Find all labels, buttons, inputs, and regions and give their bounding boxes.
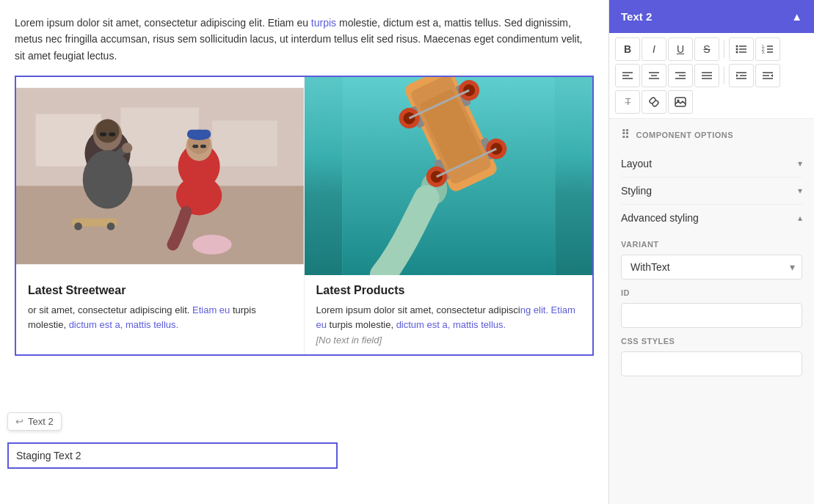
card-left-body: Latest Streetwear or sit amet, consectet… bbox=[16, 275, 304, 340]
variant-select-wrapper: WithText NoText ImageOnly bbox=[621, 255, 802, 280]
component-options-label: COMPONENT OPTIONS bbox=[636, 131, 734, 139]
component-options: ⠿ COMPONENT OPTIONS Layout ▾ Styling ▾ A… bbox=[609, 119, 814, 240]
italic-button[interactable]: I bbox=[642, 37, 666, 61]
card-right-text: Lorem ipsum dolor sit amet, consectetur … bbox=[316, 303, 581, 332]
css-styles-input[interactable] bbox=[621, 351, 802, 376]
card-left-image bbox=[16, 77, 304, 275]
svg-rect-5 bbox=[212, 121, 277, 167]
list-ol-button[interactable]: 1.2.3. bbox=[755, 37, 780, 61]
card-right-image bbox=[305, 77, 593, 275]
advanced-styling-option-row[interactable]: Advanced styling ▴ bbox=[621, 205, 802, 231]
align-right-button[interactable] bbox=[668, 64, 693, 87]
id-label: ID bbox=[621, 288, 802, 297]
grid-icon: ⠿ bbox=[621, 128, 631, 142]
underline-button[interactable]: U bbox=[668, 37, 693, 61]
indent-right-button[interactable] bbox=[755, 64, 780, 87]
intro-paragraph: Lorem ipsum dolor sit amet, consectetur … bbox=[15, 15, 594, 64]
toolbar-row-3: T̶ bbox=[615, 90, 808, 114]
bold-button[interactable]: B bbox=[615, 37, 640, 61]
css-styles-label: CSS STYLES bbox=[621, 337, 802, 346]
breadcrumb-tag: ↩ Text 2 bbox=[7, 412, 62, 431]
list-ul-button[interactable] bbox=[729, 37, 754, 61]
styling-option-row[interactable]: Styling ▾ bbox=[621, 178, 802, 205]
svg-rect-24 bbox=[200, 145, 206, 147]
image-button[interactable] bbox=[668, 90, 693, 114]
component-options-header: ⠿ COMPONENT OPTIONS bbox=[621, 128, 802, 142]
advanced-styling-label: Advanced styling bbox=[621, 212, 699, 224]
toolbar-separator-2 bbox=[724, 67, 724, 84]
indent-left-button[interactable] bbox=[729, 64, 754, 87]
main-content: Lorem ipsum dolor sit amet, consectetur … bbox=[0, 0, 608, 504]
formatting-toolbar: B I U S 1.2.3. bbox=[609, 33, 814, 119]
svg-point-26 bbox=[192, 235, 231, 255]
toolbar-row-1: B I U S 1.2.3. bbox=[615, 37, 808, 61]
card-left-text: or sit amet, consectetur adipiscing elit… bbox=[28, 303, 292, 332]
link-button[interactable] bbox=[642, 90, 666, 114]
layout-label: Layout bbox=[621, 158, 652, 169]
align-justify-button[interactable] bbox=[694, 64, 719, 87]
align-left-button[interactable] bbox=[615, 64, 640, 87]
variant-label: VARIANT bbox=[621, 240, 802, 249]
styling-chevron-icon: ▾ bbox=[798, 186, 802, 196]
svg-point-50 bbox=[736, 45, 738, 48]
svg-rect-9 bbox=[100, 133, 106, 136]
toolbar-separator-1 bbox=[724, 40, 724, 58]
card-left: Latest Streetwear or sit amet, consectet… bbox=[16, 77, 305, 354]
layout-option-row[interactable]: Layout ▾ bbox=[621, 150, 802, 178]
card-right: Latest Products Lorem ipsum dolor sit am… bbox=[305, 77, 593, 354]
panel-header: Text 2 ▲ bbox=[609, 0, 814, 33]
id-section: ID bbox=[609, 288, 814, 337]
id-input[interactable] bbox=[621, 303, 802, 328]
svg-marker-78 bbox=[771, 74, 773, 77]
svg-point-17 bbox=[107, 222, 115, 230]
staging-text-input[interactable] bbox=[7, 442, 338, 469]
scroll-up-button[interactable]: ▲ bbox=[791, 10, 802, 23]
svg-point-51 bbox=[736, 48, 738, 51]
svg-point-16 bbox=[74, 222, 82, 230]
align-center-button[interactable] bbox=[642, 64, 666, 87]
card-right-body: Latest Products Lorem ipsum dolor sit am… bbox=[305, 275, 593, 354]
svg-rect-2 bbox=[16, 186, 304, 265]
no-text-field: [No text in field] bbox=[316, 335, 581, 346]
right-panel: Text 2 ▲ B I U S 1.2.3. bbox=[608, 0, 814, 504]
toolbar-row-2 bbox=[615, 64, 808, 87]
breadcrumb-label: Text 2 bbox=[28, 416, 54, 427]
svg-rect-10 bbox=[109, 133, 115, 136]
advanced-styling-chevron-icon: ▴ bbox=[798, 213, 802, 223]
strikethrough-button[interactable]: S bbox=[694, 37, 719, 61]
variant-select[interactable]: WithText NoText ImageOnly bbox=[621, 255, 802, 280]
layout-chevron-icon: ▾ bbox=[798, 158, 802, 169]
svg-line-79 bbox=[653, 101, 655, 103]
svg-point-14 bbox=[122, 143, 132, 153]
svg-point-8 bbox=[96, 120, 120, 143]
svg-rect-23 bbox=[192, 145, 198, 147]
css-styles-section: CSS STYLES bbox=[609, 337, 814, 385]
card-grid: Latest Streetwear or sit amet, consectet… bbox=[15, 76, 594, 356]
card-left-title: Latest Streetwear bbox=[28, 284, 292, 297]
breadcrumb-arrow-icon: ↩ bbox=[15, 416, 23, 427]
svg-point-52 bbox=[736, 51, 738, 54]
svg-marker-74 bbox=[736, 74, 738, 77]
svg-text:3.: 3. bbox=[762, 50, 765, 54]
panel-title: Text 2 bbox=[621, 10, 652, 23]
variant-section: VARIANT WithText NoText ImageOnly bbox=[609, 240, 814, 288]
svg-rect-22 bbox=[187, 130, 211, 138]
clear-format-button[interactable]: T̶ bbox=[615, 90, 640, 114]
styling-label: Styling bbox=[621, 185, 652, 197]
card-right-title: Latest Products bbox=[316, 284, 581, 297]
